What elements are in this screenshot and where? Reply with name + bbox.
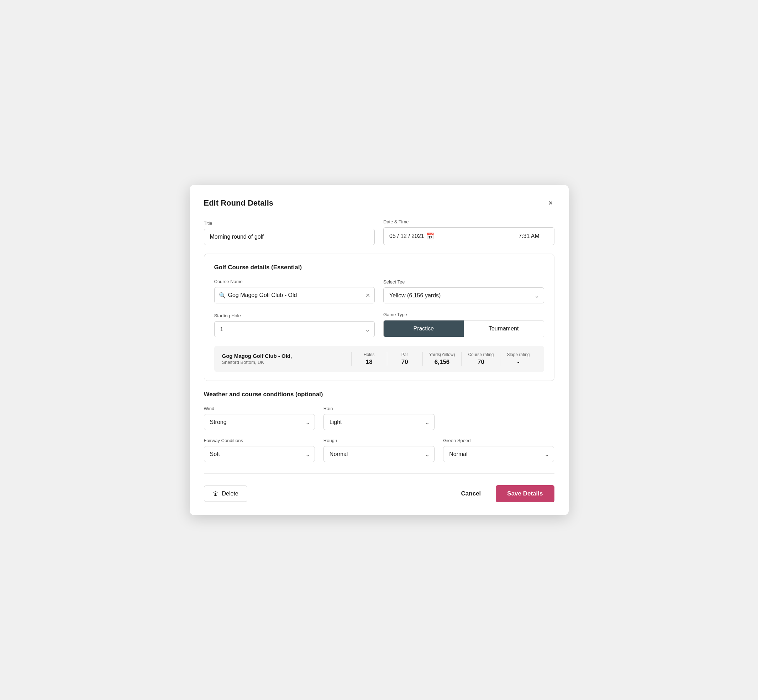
- yards-label: Yards(Yellow): [429, 352, 455, 357]
- wind-label: Wind: [204, 406, 315, 411]
- modal-header: Edit Round Details ×: [204, 198, 554, 208]
- weather-section-title: Weather and course conditions (optional): [204, 391, 554, 398]
- golf-course-section: Golf Course details (Essential) Course N…: [204, 254, 554, 381]
- footer-row: 🗑 Delete Cancel Save Details: [204, 485, 554, 502]
- rain-dropdown[interactable]: LightNoneModerateHeavy: [324, 414, 434, 430]
- rough-wrapper: NormalShortLongVery Long ⌄: [324, 446, 434, 462]
- starting-hole-dropdown[interactable]: 1 234: [214, 321, 375, 337]
- starting-hole-group: Starting Hole 1 234 ⌄: [214, 313, 375, 337]
- holes-label: Holes: [364, 352, 375, 357]
- course-rating-stat: Course rating 70: [461, 352, 500, 366]
- starting-hole-label: Starting Hole: [214, 313, 375, 318]
- hole-gametype-row: Starting Hole 1 234 ⌄ Game Type Practice…: [214, 312, 544, 337]
- course-name-label: Course Name: [214, 279, 375, 284]
- clear-course-icon[interactable]: ✕: [365, 292, 370, 299]
- cancel-button[interactable]: Cancel: [455, 486, 487, 502]
- delete-label: Delete: [222, 491, 238, 497]
- wind-dropdown[interactable]: StrongCalmLightModerate: [204, 414, 315, 430]
- course-info-location: Shelford Bottom, UK: [222, 359, 351, 365]
- save-button[interactable]: Save Details: [496, 485, 554, 502]
- rain-label: Rain: [324, 406, 434, 411]
- course-rating-value: 70: [478, 359, 484, 366]
- slope-rating-value: -: [517, 359, 520, 366]
- weather-grid: Wind StrongCalmLightModerate ⌄ Rain Ligh…: [204, 406, 554, 462]
- fairway-rough-green-row: Fairway Conditions SoftHardFirmNormalWet…: [204, 438, 554, 462]
- wind-rain-row: Wind StrongCalmLightModerate ⌄ Rain Ligh…: [204, 406, 554, 430]
- delete-button[interactable]: 🗑 Delete: [204, 486, 247, 502]
- slope-rating-stat: Slope rating -: [500, 352, 536, 366]
- wind-wrapper: StrongCalmLightModerate ⌄: [204, 414, 315, 430]
- fairway-dropdown[interactable]: SoftHardFirmNormalWet: [204, 446, 315, 462]
- green-speed-group: Green Speed NormalSlowFastVery Fast ⌄: [443, 438, 554, 462]
- slope-rating-label: Slope rating: [507, 352, 529, 357]
- date-display[interactable]: 05 / 12 / 2021 📅: [384, 228, 504, 245]
- calendar-icon[interactable]: 📅: [426, 232, 434, 240]
- rough-label: Rough: [324, 438, 434, 443]
- course-name-wrapper: 🔍 ✕: [214, 287, 375, 303]
- search-icon: 🔍: [219, 292, 226, 299]
- course-name-input[interactable]: [214, 287, 375, 303]
- course-info-name: Gog Magog Golf Club - Old, Shelford Bott…: [222, 353, 351, 365]
- title-label: Title: [204, 220, 375, 226]
- footer-right: Cancel Save Details: [455, 485, 554, 502]
- practice-button[interactable]: Practice: [384, 320, 464, 337]
- course-name-group: Course Name 🔍 ✕: [214, 279, 375, 303]
- yards-value: 6,156: [434, 359, 450, 366]
- course-info-bold-name: Gog Magog Golf Club - Old,: [222, 353, 351, 359]
- select-tee-wrapper: Yellow (6,156 yards) ⌄: [383, 288, 544, 303]
- course-rating-label: Course rating: [468, 352, 493, 357]
- time-display[interactable]: 7:31 AM: [504, 228, 554, 245]
- tournament-button[interactable]: Tournament: [464, 320, 544, 337]
- rough-group: Rough NormalShortLongVery Long ⌄: [324, 438, 434, 462]
- datetime-label: Date & Time: [383, 219, 554, 225]
- title-input[interactable]: [204, 229, 375, 245]
- select-tee-group: Select Tee Yellow (6,156 yards) ⌄: [383, 279, 544, 303]
- trash-icon: 🗑: [213, 491, 219, 497]
- title-group: Title: [204, 220, 375, 245]
- green-speed-label: Green Speed: [443, 438, 554, 443]
- select-tee-dropdown[interactable]: Yellow (6,156 yards): [383, 288, 544, 303]
- course-info-row: Gog Magog Golf Club - Old, Shelford Bott…: [214, 346, 544, 372]
- edit-round-modal: Edit Round Details × Title Date & Time 0…: [190, 185, 568, 515]
- select-tee-label: Select Tee: [383, 279, 544, 284]
- holes-value: 18: [366, 359, 373, 366]
- close-button[interactable]: ×: [547, 198, 554, 208]
- rain-group: Rain LightNoneModerateHeavy ⌄: [324, 406, 434, 430]
- game-type-group: Game Type Practice Tournament: [383, 312, 544, 337]
- datetime-group: Date & Time 05 / 12 / 2021 📅 7:31 AM: [383, 219, 554, 245]
- rough-dropdown[interactable]: NormalShortLongVery Long: [324, 446, 434, 462]
- date-time-display: 05 / 12 / 2021 📅 7:31 AM: [383, 227, 554, 245]
- starting-hole-wrapper: 1 234 ⌄: [214, 321, 375, 337]
- fairway-group: Fairway Conditions SoftHardFirmNormalWet…: [204, 438, 315, 462]
- time-value: 7:31 AM: [518, 233, 539, 239]
- modal-title: Edit Round Details: [204, 198, 274, 208]
- par-value: 70: [401, 359, 408, 366]
- par-label: Par: [401, 352, 408, 357]
- green-speed-wrapper: NormalSlowFastVery Fast ⌄: [443, 446, 554, 462]
- fairway-wrapper: SoftHardFirmNormalWet ⌄: [204, 446, 315, 462]
- course-tee-row: Course Name 🔍 ✕ Select Tee Yellow (6,156…: [214, 279, 544, 303]
- weather-section: Weather and course conditions (optional)…: [204, 391, 554, 462]
- fairway-label: Fairway Conditions: [204, 438, 315, 443]
- title-datetime-row: Title Date & Time 05 / 12 / 2021 📅 7:31 …: [204, 219, 554, 245]
- holes-stat: Holes 18: [351, 352, 387, 366]
- date-value: 05 / 12 / 2021: [389, 233, 424, 239]
- game-type-toggle: Practice Tournament: [383, 320, 544, 337]
- wind-group: Wind StrongCalmLightModerate ⌄: [204, 406, 315, 430]
- yards-stat: Yards(Yellow) 6,156: [423, 352, 462, 366]
- game-type-label: Game Type: [383, 312, 544, 317]
- par-stat: Par 70: [387, 352, 423, 366]
- golf-section-title: Golf Course details (Essential): [214, 264, 544, 271]
- green-speed-dropdown[interactable]: NormalSlowFastVery Fast: [443, 446, 554, 462]
- rain-wrapper: LightNoneModerateHeavy ⌄: [324, 414, 434, 430]
